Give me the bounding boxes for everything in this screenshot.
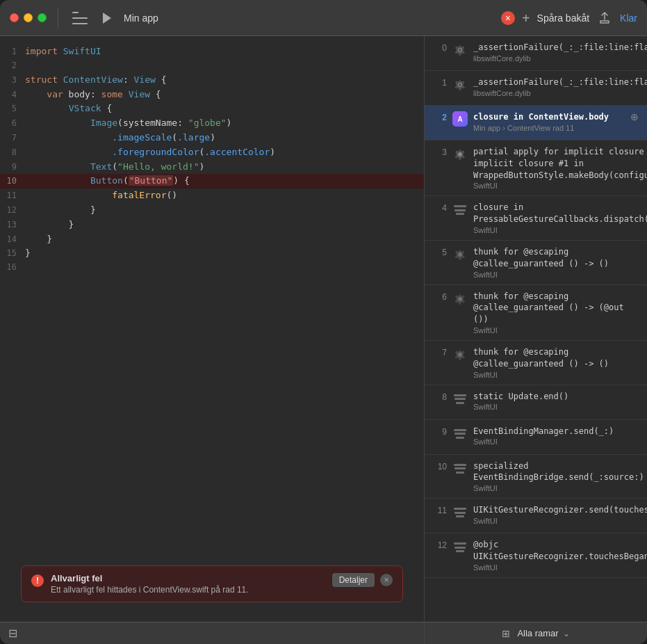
frame-info-0: _assertionFailure(_:_:file:line:flags:) … — [473, 42, 647, 63]
line-number-2: 2 — [0, 59, 25, 72]
error-icon: ! — [31, 574, 44, 587]
code-line-1: 1 import SwiftUI — [0, 45, 424, 59]
layer-1 — [454, 205, 466, 207]
frame-fn-5: thunk for @escaping @callee_guaranteed (… — [473, 246, 639, 270]
frame-fn-0: _assertionFailure(_:_:file:line:flags:) — [473, 42, 647, 54]
grid-icon: ⊞ — [502, 628, 510, 639]
stack-frame-0[interactable]: 0 _assertionFailure(_:_:file:line:flags:… — [425, 36, 647, 71]
alla-ramar-label: Alla ramar — [517, 628, 558, 638]
share-icon — [598, 12, 611, 24]
frame-lib-3: SwiftUI — [473, 182, 647, 190]
frame-fn-6: thunk for @escaping @callee_guaranteed (… — [473, 291, 639, 325]
stack-list[interactable]: 0 _assertionFailure(_:_:file:line:flags:… — [425, 36, 647, 622]
maximize-button[interactable] — [38, 13, 47, 22]
line-content-3: struct ContentView: View { — [25, 73, 167, 88]
frame-lib-2: Min app › ContentView rad 11 — [473, 124, 625, 132]
minimize-button[interactable] — [24, 13, 33, 22]
code-bottom-bar: ⊟ — [0, 622, 424, 644]
stop-button[interactable] — [501, 11, 515, 25]
error-close-button[interactable]: × — [380, 574, 393, 586]
line-content-5: VStack { — [25, 102, 112, 116]
frame-number-1: 1 — [433, 77, 447, 88]
stack-frame-1[interactable]: 1 _assertionFailure(_:_:file:line:flags:… — [425, 71, 647, 106]
toggle-line-2 — [72, 17, 88, 19]
line-content-12: } — [25, 203, 96, 218]
line-number-1: 1 — [0, 45, 25, 58]
close-button[interactable] — [10, 13, 19, 22]
stack-frame-12[interactable]: 12 @objc UIKitGestureRecognizer.touchesB… — [425, 533, 647, 578]
code-line-13: 13 } — [0, 218, 424, 232]
line-content-10: Button("Button") { — [25, 174, 190, 188]
frame-number-9: 9 — [433, 426, 447, 437]
stack-frame-8[interactable]: 8 static Update.end() SwiftUI — [425, 385, 647, 420]
error-banner: ! Allvarligt fel Ett allvarligt fel hitt… — [21, 565, 403, 602]
error-message: Ett allvarligt fel hittades i ContentVie… — [51, 585, 325, 595]
frame-number-2: 2 — [433, 111, 447, 122]
error-content: Allvarligt fel Ett allvarligt fel hittad… — [51, 573, 325, 595]
frame-number-0: 0 — [433, 42, 447, 53]
frame-number-10: 10 — [433, 460, 447, 472]
gear-icon-0 — [452, 42, 468, 58]
line-number-16: 16 — [0, 261, 25, 274]
frame-fn-12: @objc UIKitGestureRecognizer.touchesBega… — [473, 539, 647, 563]
code-line-5: 5 VStack { — [0, 102, 424, 116]
line-content-6: Image(systemName: "globe") — [25, 116, 231, 131]
stack-frame-2[interactable]: 2 A closure in ContentView.body Min app … — [425, 106, 647, 140]
stack-frame-10[interactable]: 10 specialized EventBindingBridge.send(_… — [425, 455, 647, 499]
main-window: Min app + Spåra bakåt Klar 1 import Swif… — [0, 0, 647, 644]
detaljer-button[interactable]: Detaljer — [332, 573, 375, 587]
stack-frame-5[interactable]: 5 thunk for @escaping @callee_guaranteed… — [425, 241, 647, 285]
traffic-lights — [10, 13, 47, 22]
line-number-14: 14 — [0, 233, 25, 246]
run-button[interactable] — [99, 10, 115, 26]
code-line-4: 4 var body: some View { — [0, 88, 424, 102]
stack-frame-4[interactable]: 4 closure in PressableGestureCallbacks.d… — [425, 196, 647, 241]
layers-icon-9 — [452, 426, 468, 442]
stack-frame-9[interactable]: 9 EventBindingManager.send(_:) SwiftUI — [425, 420, 647, 455]
console-icon[interactable]: ⊟ — [8, 627, 17, 640]
frame-lib-9: SwiftUI — [473, 437, 639, 446]
frame-add-icon-2[interactable]: ⊕ — [630, 111, 639, 122]
layers-icon-12 — [452, 540, 468, 555]
frame-info-10: specialized EventBindingBridge.send(_:so… — [473, 460, 644, 493]
sidebar-toggle-button[interactable] — [72, 12, 88, 24]
line-number-5: 5 — [0, 102, 25, 115]
stack-frame-11[interactable]: 11 UIKitGestureRecognizer.send(touches:e… — [425, 499, 647, 533]
line-number-11: 11 — [0, 189, 25, 202]
frame-lib-8: SwiftUI — [473, 403, 639, 411]
code-editor[interactable]: 1 import SwiftUI 2 3 struct ContentView:… — [0, 36, 425, 644]
separator-1 — [58, 8, 58, 29]
share-button[interactable] — [596, 10, 613, 26]
code-line-7: 7 .imageScale(.large) — [0, 131, 424, 145]
frame-number-8: 8 — [433, 391, 447, 402]
stack-frame-7[interactable]: 7 thunk for @escaping @callee_guaranteed… — [425, 341, 647, 385]
line-content-13: } — [25, 218, 74, 232]
line-number-8: 8 — [0, 146, 25, 159]
line-content-8: .foregroundColor(.accentColor) — [25, 145, 275, 160]
klar-button[interactable]: Klar — [620, 13, 637, 24]
stack-frame-6[interactable]: 6 thunk for @escaping @callee_guaranteed… — [425, 285, 647, 341]
code-line-10: 10 Button("Button") { — [0, 174, 424, 188]
code-line-2: 2 — [0, 59, 424, 73]
frame-info-12: @objc UIKitGestureRecognizer.touchesBega… — [473, 539, 647, 572]
app-name-label: Min app — [124, 13, 493, 24]
frame-fn-1: _assertionFailure(_:_:file:line:flags:) — [473, 77, 647, 88]
frame-fn-9: EventBindingManager.send(_:) — [473, 426, 639, 437]
frame-info-7: thunk for @escaping @callee_guaranteed (… — [473, 346, 639, 379]
frame-info-4: closure in PressableGestureCallbacks.dis… — [473, 202, 647, 234]
add-button[interactable]: + — [522, 11, 530, 25]
stack-frame-3[interactable]: 3 partial apply for implicit closure #2 … — [425, 140, 647, 196]
frame-info-3: partial apply for implicit closure #2 in… — [473, 146, 647, 190]
stack-bottom-bar[interactable]: ⊞ Alla ramar ⌄ — [425, 622, 647, 644]
frame-lib-6: SwiftUI — [473, 326, 639, 335]
frame-lib-0: libswiftCore.dylib — [473, 54, 647, 63]
code-area[interactable]: 1 import SwiftUI 2 3 struct ContentView:… — [0, 36, 424, 622]
frame-info-2: closure in ContentView.body Min app › Co… — [473, 111, 625, 132]
frame-number-5: 5 — [433, 246, 447, 257]
toggle-line-3 — [72, 23, 88, 24]
line-content-7: .imageScale(.large) — [25, 131, 215, 145]
line-number-13: 13 — [0, 218, 25, 232]
line-number-10: 10 — [0, 175, 25, 188]
frame-fn-8: static Update.end() — [473, 391, 639, 403]
frame-info-11: UIKitGestureRecognizer.send(touches:even… — [473, 504, 647, 525]
